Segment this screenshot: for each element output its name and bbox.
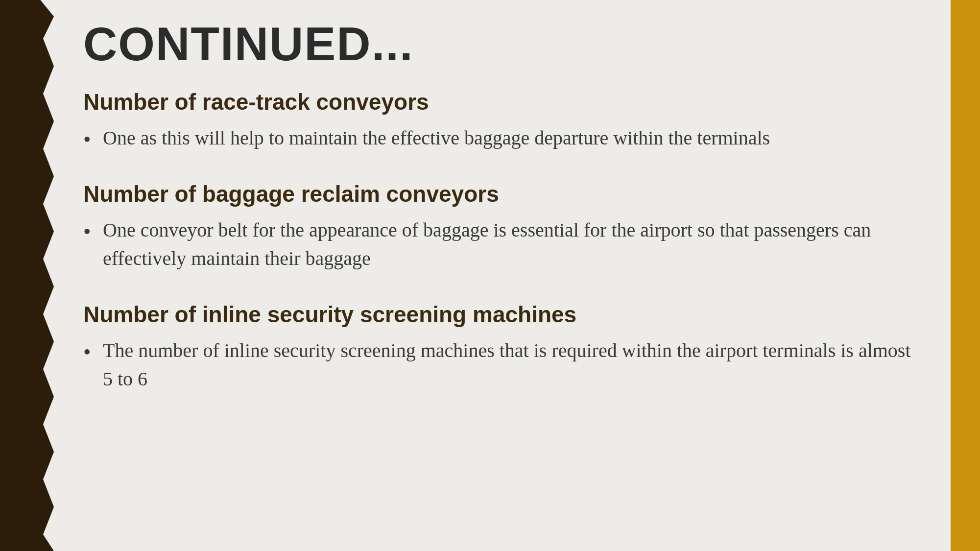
bullet-list-baggage-reclaim: One conveyor belt for the appearance of … (83, 216, 911, 273)
right-border-decoration (951, 0, 980, 551)
left-border-decoration (0, 0, 54, 551)
slide: CONTINUED... Number of race-track convey… (0, 0, 980, 551)
section-baggage-reclaim: Number of baggage reclaim conveyors One … (83, 181, 911, 277)
main-content: CONTINUED... Number of race-track convey… (54, 0, 951, 551)
section-inline-security: Number of inline security screening mach… (83, 301, 911, 397)
list-item: One as this will help to maintain the ef… (83, 124, 911, 152)
slide-title: CONTINUED... (83, 20, 911, 69)
section-heading-race-track: Number of race-track conveyors (83, 89, 911, 115)
section-heading-inline-security: Number of inline security screening mach… (83, 301, 911, 328)
list-item: One conveyor belt for the appearance of … (83, 216, 911, 273)
bullet-list-race-track: One as this will help to maintain the ef… (83, 124, 911, 152)
section-race-track: Number of race-track conveyors One as th… (83, 89, 911, 156)
list-item: The number of inline security screening … (83, 336, 911, 393)
section-heading-baggage-reclaim: Number of baggage reclaim conveyors (83, 181, 911, 207)
bullet-list-inline-security: The number of inline security screening … (83, 336, 911, 393)
